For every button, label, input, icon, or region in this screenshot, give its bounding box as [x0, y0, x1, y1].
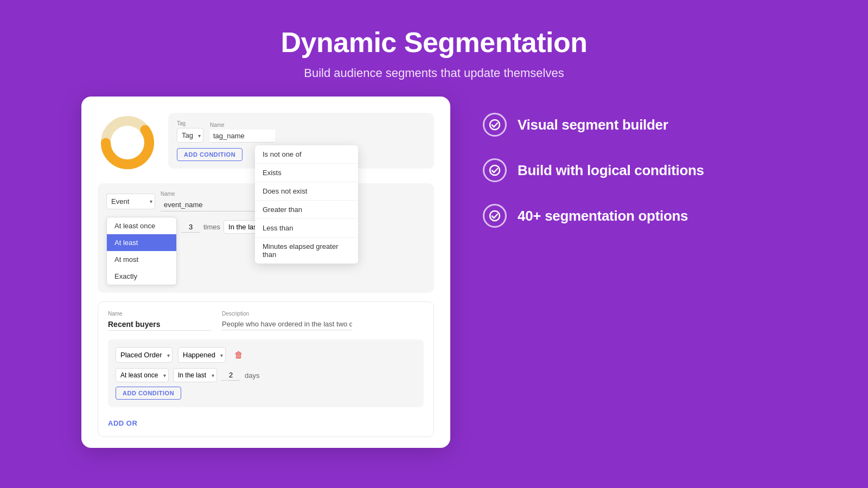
check-circle-0 — [483, 113, 507, 137]
freq-item-at-most[interactable]: At most — [107, 251, 176, 268]
segment-name-input[interactable] — [108, 318, 211, 331]
dropdown-item-greater-than[interactable]: Greater than — [255, 201, 358, 219]
placed-order-wrapper[interactable]: Placed Order — [116, 347, 173, 363]
add-condition-button[interactable]: ADD CONDITION — [116, 387, 181, 400]
dropdown-item-does-not-exist[interactable]: Does not exist — [255, 182, 358, 201]
segment-desc-input[interactable] — [222, 318, 352, 330]
segment-section: Name Description Placed Order — [98, 301, 434, 437]
happened2-select[interactable]: Happened — [178, 347, 226, 363]
add-condition-top-button[interactable]: ADD CONDITION — [177, 148, 242, 161]
event-type-select[interactable]: Event — [106, 194, 155, 209]
placed-order-select[interactable]: Placed Order — [116, 347, 173, 363]
page-header: Dynamic Segmentation Build audience segm… — [280, 0, 587, 80]
seg-desc-label: Description — [222, 311, 352, 317]
name-field-group: Name — [210, 122, 275, 143]
freq-item-at-least[interactable]: At least — [107, 234, 176, 251]
page-title: Dynamic Segmentation — [280, 26, 587, 59]
page-subtitle: Build audience segments that update them… — [280, 66, 587, 80]
dropdown-item-exists[interactable]: Exists — [255, 164, 358, 182]
seg-desc-group: Description — [222, 311, 352, 331]
name-label: Name — [210, 122, 275, 128]
at-least-once-select[interactable]: At least once — [116, 368, 169, 382]
placed-order-section: Placed Order Happened 🗑 At least once — [108, 339, 424, 407]
feature-text-1: Build with logical conditions — [518, 162, 704, 179]
feature-item-1: Build with logical conditions — [483, 158, 787, 182]
event-name-input[interactable] — [161, 198, 258, 211]
svg-point-2 — [490, 120, 500, 130]
features-list: Visual segment builder Build with logica… — [483, 97, 787, 228]
seg-name-group: Name — [108, 311, 211, 331]
segment-name-row: Name Description — [108, 311, 424, 331]
times-label: times — [203, 223, 220, 231]
delete-placed-order-button[interactable]: 🗑 — [231, 349, 246, 361]
tag-row: Tag Tag Name — [177, 120, 425, 143]
seg-name-label: Name — [108, 311, 211, 317]
dropdown-item-minutes-elapsed[interactable]: Minutes elapsed greater than — [255, 237, 358, 264]
dropdown-item-is-not-one-of[interactable]: Is not one of — [255, 145, 358, 164]
tag-select[interactable]: Tag — [177, 128, 203, 143]
svg-point-4 — [490, 211, 500, 221]
freq-item-at-least-once[interactable]: At least once — [107, 217, 176, 234]
donut-chart — [98, 113, 157, 172]
feature-text-0: Visual segment builder — [518, 117, 668, 133]
num-days-input[interactable] — [221, 370, 240, 381]
in-last-select[interactable]: In the last — [173, 368, 217, 382]
freq-item-exactly[interactable]: Exactly — [107, 268, 176, 285]
dropdown-menu: Is not one of Exists Does not exist Grea… — [255, 145, 358, 264]
dropdown-item-less-than[interactable]: Less than — [255, 219, 358, 237]
feature-item-0: Visual segment builder — [483, 113, 787, 137]
event-name-group: Name — [161, 191, 258, 211]
event-name-label: Name — [161, 191, 258, 197]
placed-order-row1: Placed Order Happened 🗑 — [116, 347, 416, 363]
in-last-wrapper[interactable]: In the last — [173, 368, 217, 382]
tag-field-group: Tag Tag — [177, 120, 203, 143]
at-least-once-wrapper[interactable]: At least once — [116, 368, 169, 382]
frequency-dropdown: At least once At least At most Exactly — [106, 217, 177, 285]
happened2-wrapper[interactable]: Happened — [178, 347, 226, 363]
tag-select-wrapper[interactable]: Tag — [177, 128, 203, 143]
placed-order-row2: At least once In the last days — [116, 368, 416, 382]
check-circle-2 — [483, 204, 507, 228]
feature-text-2: 40+ segmentation options — [518, 208, 688, 224]
times-input[interactable] — [181, 222, 200, 233]
add-or-link[interactable]: ADD OR — [108, 419, 137, 427]
svg-point-3 — [490, 165, 500, 175]
check-circle-1 — [483, 158, 507, 182]
event-type-wrapper[interactable]: Event — [106, 194, 155, 209]
card-top-section: Tag Tag Name ADD CONDITION — [98, 113, 434, 172]
segment-builder-card: Tag Tag Name ADD CONDITION — [81, 97, 450, 448]
feature-item-2: 40+ segmentation options — [483, 204, 787, 228]
tag-label: Tag — [177, 120, 203, 126]
days-label2: days — [245, 371, 259, 380]
main-content: Tag Tag Name ADD CONDITION — [81, 97, 787, 448]
name-input[interactable] — [210, 130, 275, 143]
